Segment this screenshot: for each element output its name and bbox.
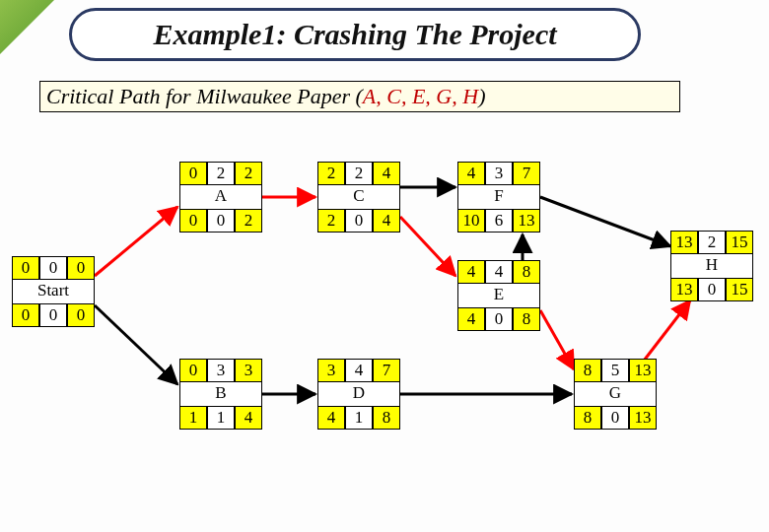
cell-slack: 0 xyxy=(601,406,629,430)
cell-slack: 1 xyxy=(345,406,373,430)
node-label: H xyxy=(670,254,753,278)
svg-line-1 xyxy=(95,305,177,384)
cell-slack: 0 xyxy=(39,303,67,327)
cell-lf: 8 xyxy=(373,406,400,430)
cell-ef: 3 xyxy=(235,359,262,382)
node-a: 0 2 2 A 0 0 2 xyxy=(179,162,262,233)
cell-lf: 13 xyxy=(513,209,540,233)
node-e: 4 4 8 E 4 0 8 xyxy=(457,260,540,331)
node-start: 0 0 0 Start 0 0 0 xyxy=(12,256,95,327)
cell-ef: 13 xyxy=(629,359,657,382)
node-label: F xyxy=(457,185,540,209)
cell-lf: 8 xyxy=(513,307,540,331)
cell-ef: 15 xyxy=(726,231,753,254)
cell-dur: 0 xyxy=(39,256,67,280)
cell-es: 4 xyxy=(457,162,485,185)
cell-slack: 0 xyxy=(207,209,235,233)
cell-slack: 6 xyxy=(485,209,513,233)
cell-es: 13 xyxy=(670,231,698,254)
svg-line-10 xyxy=(641,300,690,365)
cell-dur: 3 xyxy=(207,359,235,382)
cell-es: 4 xyxy=(457,260,485,284)
cell-lf: 4 xyxy=(235,406,262,430)
slide-title: Example1: Crashing The Project xyxy=(69,8,641,61)
cell-es: 2 xyxy=(317,162,345,185)
cell-es: 0 xyxy=(179,162,207,185)
cell-ls: 10 xyxy=(457,209,485,233)
node-h: 13 2 15 H 13 0 15 xyxy=(670,231,753,301)
node-d: 3 4 7 D 4 1 8 xyxy=(317,359,400,430)
cell-slack: 0 xyxy=(698,278,726,301)
cell-ef: 2 xyxy=(235,162,262,185)
cell-ef: 7 xyxy=(513,162,540,185)
cell-es: 0 xyxy=(12,256,39,280)
cell-lf: 2 xyxy=(235,209,262,233)
slide-title-text: Example1: Crashing The Project xyxy=(153,18,556,51)
subtitle: Critical Path for Milwaukee Paper (A, C,… xyxy=(39,81,680,112)
cell-lf: 15 xyxy=(726,278,753,301)
svg-line-7 xyxy=(540,310,574,369)
cell-slack: 1 xyxy=(207,406,235,430)
node-c: 2 2 4 C 2 0 4 xyxy=(317,162,400,233)
node-f: 4 3 7 F 10 6 13 xyxy=(457,162,540,233)
cell-ls: 2 xyxy=(317,209,345,233)
cell-dur: 2 xyxy=(207,162,235,185)
node-label: B xyxy=(179,382,262,406)
slide-corner-accent xyxy=(0,0,54,54)
cell-slack: 0 xyxy=(345,209,373,233)
cell-dur: 4 xyxy=(345,359,373,382)
cell-es: 3 xyxy=(317,359,345,382)
cell-es: 0 xyxy=(179,359,207,382)
node-label: Start xyxy=(12,280,95,303)
cell-ls: 4 xyxy=(457,307,485,331)
cell-dur: 5 xyxy=(601,359,629,382)
critical-path-list: A, C, E, G, H xyxy=(363,84,478,108)
cell-dur: 2 xyxy=(345,162,373,185)
node-label: C xyxy=(317,185,400,209)
cell-es: 8 xyxy=(574,359,601,382)
cell-ls: 4 xyxy=(317,406,345,430)
cell-lf: 4 xyxy=(373,209,400,233)
node-label: D xyxy=(317,382,400,406)
node-b: 0 3 3 B 1 1 4 xyxy=(179,359,262,430)
cell-ef: 4 xyxy=(373,162,400,185)
cell-ls: 0 xyxy=(12,303,39,327)
cell-ls: 0 xyxy=(179,209,207,233)
cell-lf: 0 xyxy=(67,303,95,327)
svg-line-5 xyxy=(400,217,455,276)
node-label: E xyxy=(457,284,540,307)
cell-ls: 1 xyxy=(179,406,207,430)
cell-ef: 7 xyxy=(373,359,400,382)
subtitle-prefix: Critical Path for Milwaukee Paper ( xyxy=(46,84,363,108)
cell-ls: 8 xyxy=(574,406,601,430)
cell-slack: 0 xyxy=(485,307,513,331)
cell-dur: 2 xyxy=(698,231,726,254)
network-diagram: 0 0 0 Start 0 0 0 0 2 2 A 0 0 2 2 2 4 C xyxy=(0,138,769,532)
subtitle-suffix: ) xyxy=(478,84,485,108)
svg-line-0 xyxy=(95,207,177,276)
cell-ef: 8 xyxy=(513,260,540,284)
node-label: G xyxy=(574,382,657,406)
cell-ef: 0 xyxy=(67,256,95,280)
cell-ls: 13 xyxy=(670,278,698,301)
cell-dur: 3 xyxy=(485,162,513,185)
node-g: 8 5 13 G 8 0 13 xyxy=(574,359,657,430)
cell-lf: 13 xyxy=(629,406,657,430)
node-label: A xyxy=(179,185,262,209)
cell-dur: 4 xyxy=(485,260,513,284)
svg-line-9 xyxy=(540,197,670,246)
